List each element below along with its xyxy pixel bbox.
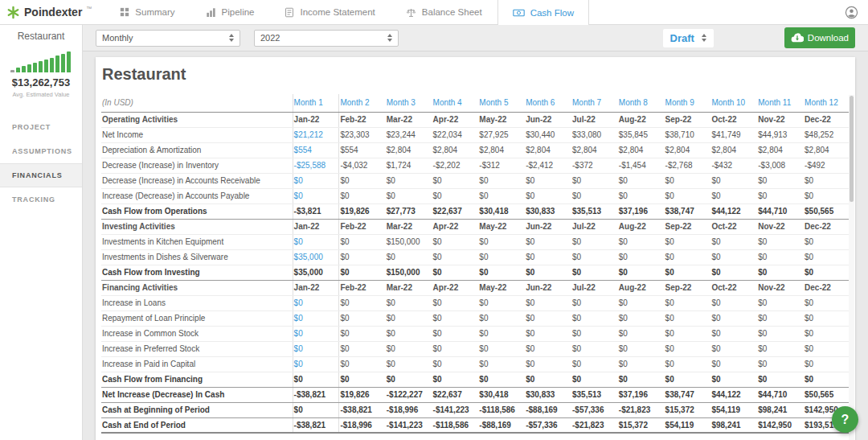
year-select[interactable]: 2022: [254, 30, 399, 47]
value-cell: $2,804: [525, 142, 571, 158]
tab-pipeline[interactable]: Pipeline: [190, 0, 270, 24]
value-cell: $0: [665, 295, 711, 310]
value-cell: $0: [478, 356, 525, 372]
total-value-cell: $0: [618, 372, 665, 387]
date-header: Oct-22: [710, 219, 757, 234]
sidebar-item-project[interactable]: PROJECT: [0, 115, 82, 139]
value-cell: $0: [432, 295, 479, 310]
account-user-icon[interactable]: [845, 6, 858, 19]
scrollbar-thumb[interactable]: [850, 96, 854, 202]
month-header[interactable]: Month 11: [757, 94, 804, 112]
total-value-cell[interactable]: $35,000: [293, 265, 339, 280]
value-cell: -$372: [571, 158, 618, 173]
value-cell: -$492: [804, 158, 850, 173]
total-value-cell: $0: [525, 265, 571, 280]
avg-estimated-value: $13,262,753: [0, 76, 82, 88]
value-cell: $0: [571, 173, 618, 188]
value-cell[interactable]: -$25,588: [293, 158, 339, 173]
value-cell: $0: [804, 234, 850, 249]
value-cell: $0: [571, 341, 618, 356]
value-cell: $0: [710, 234, 757, 249]
date-header: Nov-22: [757, 112, 804, 127]
tab-cash-flow[interactable]: Cash Flow: [497, 0, 589, 25]
month-header[interactable]: Month 7: [571, 94, 618, 112]
total-value-cell: $0: [665, 265, 711, 280]
month-header[interactable]: Month 1: [293, 94, 339, 112]
value-cell: $0: [618, 188, 665, 204]
value-cell: $0: [757, 326, 804, 341]
tab-income-statement[interactable]: Income Statement: [269, 0, 390, 24]
value-cell: $35,845: [618, 127, 665, 142]
date-header: Jul-22: [571, 280, 618, 295]
value-cell[interactable]: $0: [293, 356, 339, 372]
value-cell[interactable]: $554: [293, 142, 339, 158]
value-cell: $0: [339, 326, 386, 341]
month-header[interactable]: Month 10: [710, 94, 757, 112]
summary-value-cell: $142,950: [757, 417, 804, 433]
sidebar-item-financials[interactable]: FINANCIALS: [0, 163, 82, 187]
value-cell[interactable]: $0: [293, 326, 339, 341]
value-cell[interactable]: $0: [293, 295, 339, 310]
period-select[interactable]: Monthly: [96, 30, 240, 47]
value-cell[interactable]: $0: [293, 188, 339, 204]
tab-balance-sheet[interactable]: Balance Sheet: [391, 0, 497, 24]
value-cell[interactable]: $21,212: [293, 127, 339, 142]
month-header[interactable]: Month 6: [525, 94, 571, 112]
value-cell: $0: [339, 234, 386, 249]
sidebar-item-assumptions[interactable]: ASSUMPTIONS: [0, 139, 82, 163]
value-cell: -$312: [478, 158, 525, 173]
summary-value-cell: $22,637: [432, 387, 479, 402]
summary-value-cell: $44,122: [710, 387, 757, 402]
help-button[interactable]: ?: [832, 406, 858, 433]
value-cell[interactable]: $0: [293, 310, 339, 326]
date-header: Oct-22: [710, 280, 757, 295]
table-row: Increase in Paid in Capital$0$0$0$0$0$0$…: [101, 356, 850, 372]
sidebar-item-tracking[interactable]: TRACKING: [0, 187, 82, 212]
summary-value-cell[interactable]: $0: [293, 402, 339, 417]
value-cell: $0: [432, 234, 479, 249]
total-value-cell[interactable]: $0: [293, 372, 339, 387]
month-header[interactable]: Month 4: [432, 94, 479, 112]
date-header: Jun-22: [525, 112, 571, 127]
date-header: Apr-22: [432, 112, 479, 127]
tab-label: Summary: [135, 7, 174, 17]
value-cell[interactable]: $0: [293, 341, 339, 356]
value-cell: $0: [618, 341, 665, 356]
download-button[interactable]: Download: [784, 27, 855, 48]
value-cell[interactable]: $35,000: [293, 249, 339, 265]
section-title: Investing Activities: [101, 219, 293, 234]
value-cell: $0: [618, 173, 665, 188]
select-arrows-icon: [229, 34, 234, 42]
date-header: Oct-22: [710, 112, 757, 127]
value-cell: $0: [339, 188, 386, 204]
month-header[interactable]: Month 12: [804, 94, 850, 112]
chart-bar: [44, 60, 48, 72]
status-select[interactable]: Draft: [663, 29, 714, 47]
value-cell: $0: [757, 341, 804, 356]
month-header[interactable]: Month 3: [386, 94, 432, 112]
summary-value-cell: -$141,223: [386, 417, 432, 433]
row-label: Increase in Common Stock: [101, 326, 293, 341]
month-header[interactable]: Month 9: [665, 94, 711, 112]
row-label: Decrease (Increase) in Accounts Receivab…: [101, 173, 293, 188]
summary-value-cell[interactable]: -$38,821: [293, 417, 339, 433]
value-cell[interactable]: $0: [293, 234, 339, 249]
month-header[interactable]: Month 8: [618, 94, 665, 112]
value-cell: $0: [757, 356, 804, 372]
table-scrollbar[interactable]: [849, 95, 854, 440]
summary-value-cell: -$118,586: [478, 402, 525, 417]
value-cell: $0: [665, 249, 711, 265]
app-logo[interactable]: Poindexter ™: [0, 0, 100, 24]
tab-summary[interactable]: Summary: [104, 0, 190, 24]
total-value-cell[interactable]: -$3,821: [293, 204, 339, 219]
summary-value-cell[interactable]: -$38,821: [293, 387, 339, 402]
summary-value-cell: $98,241: [757, 402, 804, 417]
month-header[interactable]: Month 5: [478, 94, 525, 112]
summary-value-cell: -$18,996: [339, 417, 386, 433]
month-header[interactable]: Month 2: [339, 94, 386, 112]
value-cell[interactable]: $0: [293, 173, 339, 188]
value-cell: $0: [339, 249, 386, 265]
balance-sheet-scale-icon: [406, 7, 416, 18]
pipeline-bars-icon: [206, 7, 216, 17]
date-header: Mar-22: [386, 112, 432, 127]
